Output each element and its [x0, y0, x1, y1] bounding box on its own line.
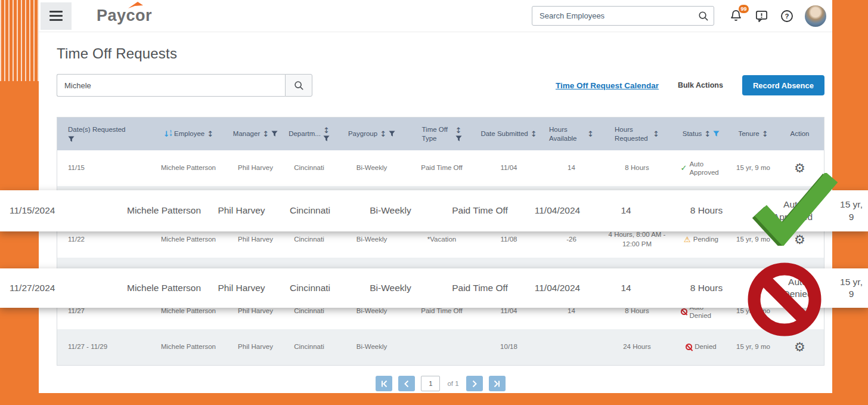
- col-paygroup[interactable]: Paygroup ↕: [337, 118, 406, 150]
- table-row[interactable]: 11/15 Michele Patterson Phil Harvey Cinc…: [57, 150, 824, 186]
- svg-text:?: ?: [785, 13, 789, 20]
- page-title: Time Off Requests: [57, 45, 824, 62]
- employee-search-input[interactable]: [532, 6, 714, 26]
- menu-button[interactable]: [41, 2, 72, 30]
- col-dates-requested[interactable]: Date(s) Requested: [57, 118, 147, 150]
- search-icon: [293, 80, 304, 91]
- sort-icon[interactable]: ↕: [262, 129, 269, 138]
- col-date-submitted[interactable]: Date Submitted ↕: [478, 118, 540, 150]
- sort-icon[interactable]: ↕: [380, 129, 386, 138]
- messages-button[interactable]: [754, 8, 769, 24]
- paycor-logo: Paycor: [97, 7, 152, 25]
- chat-alert-icon: [755, 9, 768, 23]
- col-manager[interactable]: Manager ↕: [230, 118, 281, 150]
- sort-icon[interactable]: ↕: [455, 126, 462, 135]
- filter-icon[interactable]: [271, 131, 278, 137]
- record-absence-button[interactable]: Record Absence: [742, 75, 824, 95]
- filter-icon[interactable]: [68, 136, 75, 143]
- first-page-icon: [380, 380, 388, 388]
- col-employee[interactable]: ↓19 Employee ↕: [147, 118, 230, 150]
- filter-icon[interactable]: [323, 135, 330, 142]
- sort-icon[interactable]: ↕: [762, 129, 768, 138]
- col-time-off-type[interactable]: Time Off Type ↕: [406, 118, 478, 150]
- sort-icon[interactable]: ↕: [704, 129, 711, 138]
- sort-icon[interactable]: ↕: [587, 129, 594, 138]
- col-tenure[interactable]: Tenure ↕: [731, 118, 776, 150]
- callout-row-denied: 11/27/2024 Michele Patterson Phil Harvey…: [0, 268, 868, 308]
- bulk-actions-button[interactable]: Bulk Actions: [678, 81, 723, 89]
- status-cell: Denied: [671, 329, 731, 365]
- page-number-input[interactable]: [421, 376, 440, 391]
- calendar-link[interactable]: Time Off Request Calendar: [556, 81, 659, 90]
- screen: Paycor 99: [0, 0, 868, 405]
- logo-caret-icon: [128, 2, 144, 9]
- filter-row: Time Off Request Calendar Bulk Actions R…: [57, 74, 824, 97]
- employee-search: [532, 6, 714, 26]
- table-row[interactable]: 11/27 - 11/29 Michele Patterson Phil Har…: [57, 329, 824, 365]
- pagination-prev-button[interactable]: [398, 376, 415, 391]
- pagination-next-button[interactable]: [466, 376, 483, 391]
- filter-icon[interactable]: [455, 135, 462, 142]
- col-action: Action: [776, 118, 824, 150]
- notifications-button[interactable]: 99: [728, 8, 743, 24]
- filter-icon[interactable]: [389, 131, 395, 137]
- top-bar: Paycor 99: [39, 0, 832, 32]
- col-department[interactable]: Departm... ↕: [281, 118, 337, 150]
- denied-icon: [686, 344, 692, 350]
- col-hours-available[interactable]: Hours Available ↕: [540, 118, 603, 150]
- last-page-icon: [493, 380, 501, 388]
- table-header: Date(s) Requested ↓19 Employee ↕ Ma: [57, 118, 824, 150]
- col-status[interactable]: Status ↕: [671, 118, 731, 150]
- pagination-first-button[interactable]: [376, 376, 392, 391]
- pagination: of 1: [57, 375, 824, 392]
- time-off-table: Date(s) Requested ↓19 Employee ↕ Ma: [57, 117, 824, 366]
- top-right-tools: 99 ?: [532, 5, 832, 27]
- status-cell: ✓ Auto Approved: [671, 150, 731, 186]
- help-button[interactable]: ?: [779, 8, 795, 24]
- decorative-stripes: [0, 0, 39, 81]
- notification-badge: 99: [739, 5, 749, 13]
- pagination-last-button[interactable]: [489, 376, 506, 391]
- col-hours-requested[interactable]: Hours Requested ↕: [603, 118, 671, 150]
- logo-text: Paycor: [97, 7, 152, 24]
- sort-active-icon: ↓19: [163, 129, 172, 138]
- sort-icon[interactable]: ↕: [323, 126, 330, 135]
- user-avatar[interactable]: [805, 5, 826, 27]
- denied-symbol-overlay: [746, 261, 823, 338]
- employee-filter-input[interactable]: [57, 74, 285, 97]
- question-icon: ?: [780, 9, 794, 23]
- sort-icon[interactable]: ↕: [531, 129, 537, 138]
- filter-active-icon[interactable]: [713, 131, 720, 137]
- pending-warning-icon: ⚠: [684, 234, 691, 245]
- sort-icon[interactable]: ↕: [653, 129, 659, 138]
- employee-filter: [57, 74, 312, 97]
- row-actions-gear-icon[interactable]: ⚙: [794, 341, 805, 354]
- prev-page-icon: [403, 380, 411, 388]
- filter-search-button[interactable]: [285, 74, 312, 97]
- approved-check-icon: ✓: [681, 163, 687, 174]
- table-actions: Time Off Request Calendar Bulk Actions R…: [556, 75, 824, 95]
- sort-icon[interactable]: ↕: [207, 129, 213, 138]
- denied-icon: [681, 308, 687, 315]
- search-icon[interactable]: [698, 10, 709, 21]
- hamburger-icon: [49, 11, 63, 13]
- next-page-icon: [470, 380, 478, 388]
- page-count-label: of 1: [447, 380, 458, 387]
- callout-row-approved: 11/15/2024 Michele Patterson Phil Harvey…: [0, 190, 868, 231]
- approved-checkmark-overlay: [752, 173, 839, 246]
